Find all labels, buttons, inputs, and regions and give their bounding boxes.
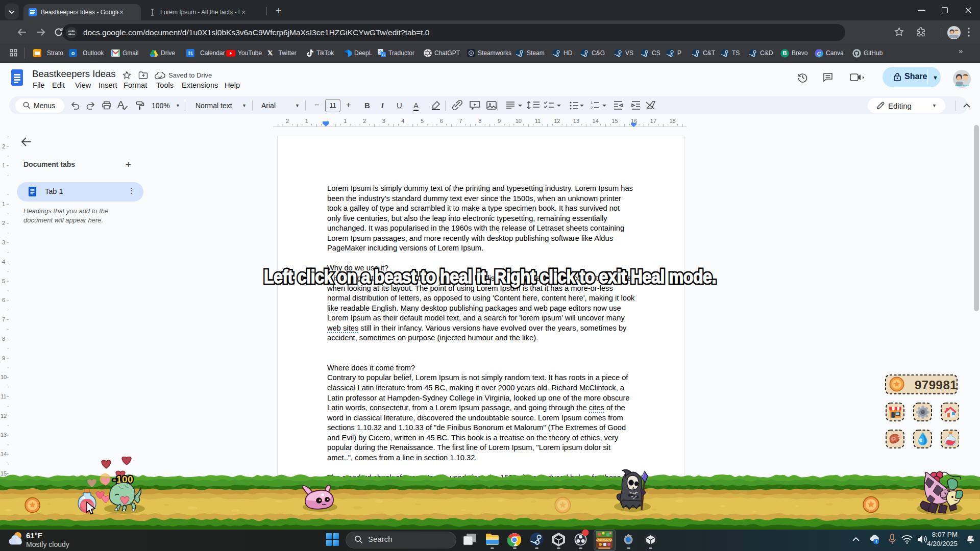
svg-text:G: G	[382, 53, 385, 57]
svg-text:4: 4	[2, 259, 5, 265]
svg-text:z: z	[971, 535, 973, 540]
svg-text:14: 14	[1, 451, 7, 457]
svg-text:BEASTKEEPERS: BEASTKEEPERS	[596, 538, 612, 541]
svg-text:1: 1	[305, 118, 308, 124]
svg-text:10: 10	[516, 118, 522, 124]
svg-text:5: 5	[421, 118, 424, 124]
svg-text:C: C	[817, 50, 821, 56]
svg-text:1: 1	[591, 101, 593, 105]
svg-text:12: 12	[1, 413, 7, 419]
svg-text:14: 14	[593, 118, 599, 124]
svg-text:3: 3	[382, 118, 385, 124]
svg-text:1: 1	[344, 118, 347, 124]
svg-text:6: 6	[440, 118, 443, 124]
svg-text:2: 2	[591, 106, 593, 110]
svg-text:8: 8	[478, 118, 481, 124]
svg-text:5: 5	[2, 278, 5, 284]
svg-text:8: 8	[2, 336, 5, 342]
svg-text:7: 7	[2, 316, 5, 322]
svg-text:2: 2	[363, 118, 366, 124]
svg-text:10: 10	[1, 374, 7, 380]
svg-text:FAMILY BOYS: FAMILY BOYS	[955, 84, 969, 87]
svg-text:2: 2	[2, 143, 5, 149]
svg-text:11: 11	[535, 118, 541, 124]
svg-text:B: B	[783, 50, 787, 56]
svg-text:6: 6	[2, 297, 5, 303]
svg-text:15: 15	[611, 118, 618, 124]
svg-text:18: 18	[670, 118, 676, 124]
svg-text:9: 9	[2, 355, 5, 361]
svg-text:13: 13	[1, 432, 7, 438]
svg-text:12: 12	[554, 118, 560, 124]
svg-text:3: 3	[2, 239, 5, 245]
svg-text:9: 9	[498, 118, 501, 124]
svg-text:2: 2	[2, 220, 5, 226]
svg-text:17: 17	[650, 118, 656, 124]
svg-text:2: 2	[286, 118, 289, 124]
svg-text:4: 4	[401, 118, 404, 124]
svg-text:1: 1	[2, 162, 5, 168]
svg-text:7: 7	[459, 118, 462, 124]
svg-text:1: 1	[2, 201, 5, 207]
svg-text:13: 13	[573, 118, 579, 124]
svg-text:11: 11	[1, 393, 6, 399]
